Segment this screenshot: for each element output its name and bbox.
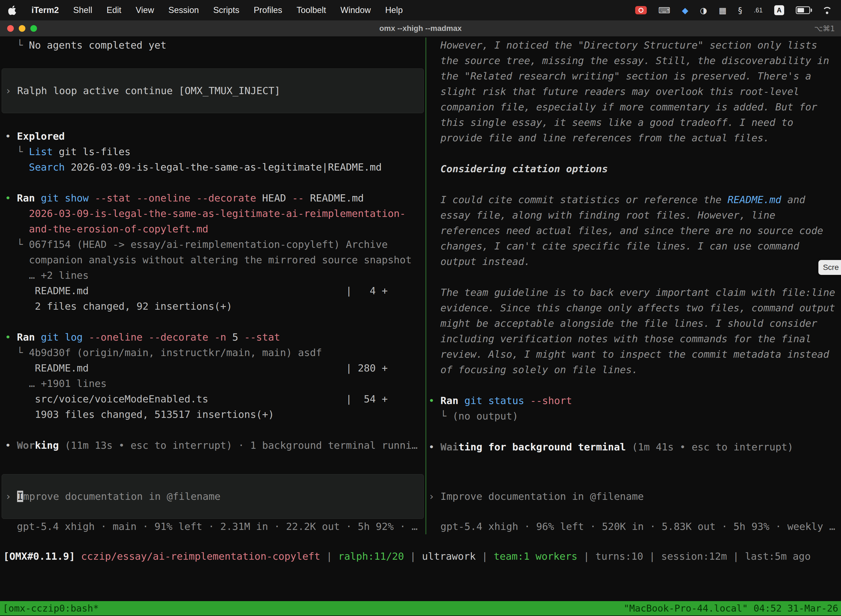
- terminal-line: └ List git ls-files: [0, 144, 425, 160]
- terminal-line: references need actual files, and since …: [426, 223, 841, 238]
- terminal-line: src/voice/voiceModeEnabled.ts | 54 +: [0, 392, 425, 407]
- window-title: omx --xhigh --madmax: [0, 24, 841, 33]
- blank-line: [0, 53, 425, 69]
- terminal-line: README.md | 280 +: [0, 361, 425, 376]
- apple-menu[interactable]: [8, 5, 17, 15]
- terminal-line: › Ralph loop active continue [OMX_TMUX_I…: [2, 83, 423, 98]
- blank-line: [0, 175, 425, 191]
- screen-overlay-tab[interactable]: Scre: [818, 260, 841, 275]
- screen-overlay-label: Scre: [823, 263, 839, 272]
- terminal-line: • Ran git log --oneline --decorate -n 5 …: [0, 330, 425, 345]
- pane-bottom: › Improve documentation in @filename gpt…: [426, 474, 841, 534]
- terminal-line: 1903 files changed, 513517 insertions(+): [0, 407, 425, 422]
- terminal-line: Considering citation options: [426, 161, 841, 177]
- terminal-line: 2 files changed, 92 insertions(+): [0, 299, 425, 314]
- menu-item-window[interactable]: Window: [340, 5, 371, 15]
- terminal-line: • Waiting for background terminal (1m 41…: [426, 439, 841, 455]
- terminal-line: essay file, along with finding root file…: [426, 208, 841, 223]
- terminal-line: Search 2026-03-09-is-legal-the-same-as-l…: [0, 160, 425, 175]
- terminal-line: provide file and line references from th…: [426, 130, 841, 146]
- zoom-button[interactable]: [30, 25, 37, 32]
- terminal-line: However, I noticed the "Directory Struct…: [426, 38, 841, 53]
- prompt-input[interactable]: › Improve documentation in @filename: [426, 474, 841, 519]
- menubar: iTerm2ShellEditViewSessionScriptsProfile…: [0, 0, 841, 21]
- blank-line: [0, 113, 425, 129]
- screen: iTerm2ShellEditViewSessionScriptsProfile…: [0, 0, 841, 616]
- menu-item-edit[interactable]: Edit: [107, 5, 121, 15]
- terminal-line: including verification notes with those …: [426, 331, 841, 347]
- menu-item-profiles[interactable]: Profiles: [253, 5, 282, 15]
- notice-box: › Ralph loop active continue [OMX_TMUX_I…: [1, 69, 424, 113]
- blank-line: [426, 269, 841, 285]
- terminal-line: 2026-03-09-is-legal-the-same-as-legitima…: [0, 206, 425, 221]
- tmux-status-bar: [omx-cczip0:bash* "MacBook-Pro-44.local"…: [0, 601, 841, 616]
- screen-record-icon[interactable]: [635, 6, 647, 14]
- blank-line: [426, 424, 841, 439]
- keyboard-icon[interactable]: ⌨: [658, 6, 670, 15]
- titlebar[interactable]: omx --xhigh --madmax ⌥⌘1: [0, 21, 841, 37]
- blank-line: [0, 314, 425, 330]
- contrast-icon[interactable]: ◑: [700, 6, 707, 15]
- terminal-line: of focusing solely on file lines.: [426, 362, 841, 378]
- terminal-line: evidence. Since this change only affects…: [426, 300, 841, 316]
- menu-item-iterm2[interactable]: iTerm2: [31, 5, 59, 15]
- prompt-line: › Improve documentation in @filename: [426, 489, 841, 504]
- terminal-line: companion file, especially if more comme…: [426, 99, 841, 115]
- left-pane[interactable]: └ No agents completed yet› Ralph loop ac…: [0, 38, 425, 534]
- terminal-line: … +2 lines: [0, 268, 425, 283]
- input-source-icon[interactable]: A: [774, 5, 784, 15]
- terminal-line: └ 067f154 (HEAD -> essay/ai-reimplementa…: [0, 237, 425, 252]
- close-button[interactable]: [7, 25, 14, 32]
- terminal-line: slight risk that future readers may over…: [426, 84, 841, 99]
- terminal-line: └ (no output): [426, 408, 841, 424]
- apps-grid-icon[interactable]: ▦: [719, 6, 727, 15]
- right-pane[interactable]: However, I noticed the "Directory Struct…: [426, 38, 841, 534]
- tmux-session-label: [omx-cczip0:bash*: [3, 603, 99, 614]
- shield-icon[interactable]: ◆: [682, 6, 688, 15]
- terminal-line: and-the-erosion-of-copyleft.md: [0, 221, 425, 237]
- squiggle-icon[interactable]: §: [738, 6, 742, 15]
- terminal-line: • Ran git status --short: [426, 393, 841, 408]
- terminal-line: this single essay, it seems like a good …: [426, 115, 841, 130]
- terminal-line: review. Also, I might want to inspect th…: [426, 347, 841, 362]
- blank-line: [426, 177, 841, 192]
- terminal-line: • Explored: [0, 129, 425, 144]
- menu-left: iTerm2ShellEditViewSessionScriptsProfile…: [8, 5, 403, 15]
- menu-item-shell[interactable]: Shell: [73, 5, 92, 15]
- blank-line: [0, 422, 425, 438]
- traffic-lights: [0, 25, 37, 32]
- terminal-line: I could cite commit statistics or refere…: [426, 192, 841, 208]
- minimize-button[interactable]: [19, 25, 25, 32]
- battery-icon[interactable]: [796, 6, 810, 14]
- menu-item-session[interactable]: Session: [168, 5, 199, 15]
- terminal-line: └ 4b9d30f (origin/main, instructkr/main,…: [0, 345, 425, 361]
- menu-status-icons: ⌨◆◑▦§.61A: [635, 5, 833, 15]
- model-status-line: gpt-5.4 xhigh · main · 91% left · 2.31M …: [0, 519, 425, 534]
- menu-items-container: iTerm2ShellEditViewSessionScriptsProfile…: [31, 5, 403, 15]
- terminal-line: the source tree, missing the essay. Stil…: [426, 53, 841, 69]
- menu-item-view[interactable]: View: [136, 5, 154, 15]
- menu-item-scripts[interactable]: Scripts: [213, 5, 239, 15]
- apple-icon: [8, 5, 17, 15]
- menu-item-toolbelt[interactable]: Toolbelt: [297, 5, 326, 15]
- tmux-host-clock: "MacBook-Pro-44.local" 04:52 31-Mar-26: [624, 603, 838, 614]
- terminal-line: README.md | 4 +: [0, 283, 425, 299]
- window-shortcut-badge: ⌥⌘1: [814, 24, 835, 33]
- wifi-icon[interactable]: [822, 6, 833, 15]
- terminal-line: └ No agents completed yet: [0, 38, 425, 53]
- blank-line: [426, 378, 841, 393]
- pane-bottom: › Improve documentation in @filename gpt…: [0, 474, 425, 534]
- model-status-line: gpt-5.4 xhigh · 96% left · 520K in · 5.8…: [426, 519, 841, 534]
- prompt-input[interactable]: › Improve documentation in @filename: [1, 474, 424, 519]
- terminal-line: companion analysis without altering the …: [0, 252, 425, 268]
- tmux-panes: └ No agents completed yet› Ralph loop ac…: [0, 37, 841, 534]
- battery-percent-badge[interactable]: .61: [754, 7, 763, 14]
- terminal-line: the "Related research writing" section i…: [426, 69, 841, 84]
- menu-item-help[interactable]: Help: [385, 5, 403, 15]
- terminal-line: changes, I can't cite specific file line…: [426, 238, 841, 254]
- terminal: └ No agents completed yet› Ralph loop ac…: [0, 37, 841, 616]
- terminal-line: The team guideline is to back every impo…: [426, 285, 841, 300]
- terminal-line: … +1901 lines: [0, 376, 425, 392]
- blank-line: [426, 146, 841, 161]
- terminal-line: • Working (11m 13s • esc to interrupt) ·…: [0, 438, 425, 453]
